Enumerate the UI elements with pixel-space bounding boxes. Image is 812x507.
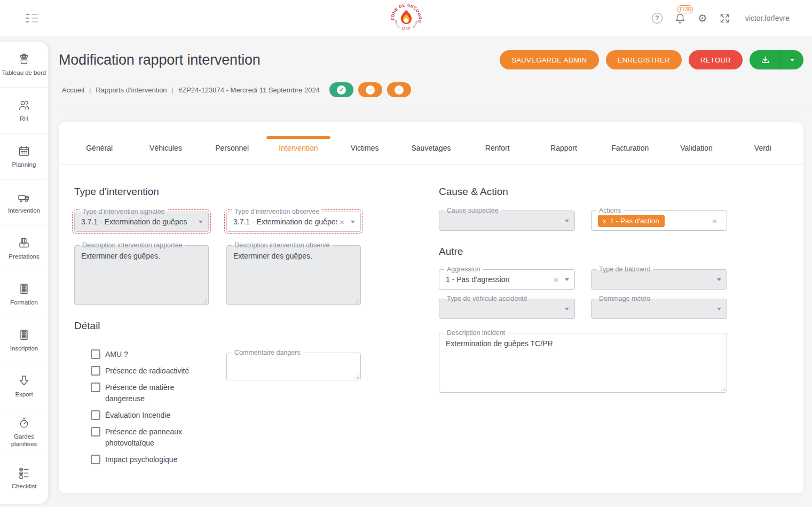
breadcrumb-accueil[interactable]: Accueil — [62, 86, 84, 94]
checkbox-label: Présence de matière dangereuse — [105, 382, 209, 404]
section-title-autre: Autre — [439, 246, 727, 258]
breadcrumb-rapports[interactable]: Rapports d'intervention — [96, 86, 167, 94]
checkbox-icon[interactable] — [91, 455, 100, 464]
clear-icon[interactable]: × — [554, 275, 558, 284]
chevron-down-icon — [565, 308, 569, 310]
settings-gear-icon[interactable]: ⚙ — [698, 13, 707, 24]
sidebar-item-prestations[interactable]: Prestations — [0, 225, 48, 271]
sidebar-item-label: Gardes planifiées — [0, 433, 48, 448]
select-aggression[interactable]: Aggression 1 - Pas d'agression × — [439, 269, 575, 290]
menu-toggle-icon[interactable] — [26, 14, 38, 22]
notifications-bell-icon[interactable]: 1138 — [674, 12, 686, 24]
building-icon — [17, 328, 31, 342]
section-title-detail: Détail — [74, 320, 361, 332]
checkbox-label: AMU ? — [105, 349, 128, 360]
sidebar-item-checklist[interactable]: Checklist — [0, 455, 48, 501]
tab-intervention[interactable]: Intervention — [265, 122, 332, 164]
minus-icon: − — [395, 85, 404, 95]
sidebar-item-label: Tableau de bord — [1, 69, 47, 76]
tab-rapport[interactable]: Rapport — [531, 122, 597, 164]
select-type-intervention-observee[interactable]: Type d'intervention observée 3.7.1 - Ext… — [226, 212, 361, 232]
chevron-down-icon[interactable] — [565, 278, 569, 281]
textarea-description-rapportee: Description intervention rapportée Exter… — [74, 245, 209, 305]
download-split-button[interactable] — [750, 50, 803, 69]
sidebar-item-inscription[interactable]: Inscription — [0, 317, 48, 363]
help-icon[interactable]: ? — [652, 13, 663, 24]
ambulance-icon — [17, 190, 31, 204]
field-label: Commentaire dangers — [232, 348, 303, 357]
building-icon — [17, 282, 31, 296]
download-dropdown-caret-icon[interactable] — [781, 59, 803, 61]
checkbox-label: Évaluation Incendie — [105, 410, 170, 421]
tab-general[interactable]: Général — [66, 122, 132, 164]
checkbox-radioactivite[interactable]: Présence de radioactivité — [91, 365, 209, 377]
download-icon[interactable] — [750, 56, 781, 65]
tab-renfort[interactable]: Renfort — [464, 122, 531, 164]
report-tabs: Général Véhicules Personnel Intervention… — [59, 122, 803, 165]
breadcrumb-separator: | — [89, 86, 91, 94]
people-icon — [17, 98, 31, 112]
retour-button[interactable]: RETOUR — [689, 50, 743, 69]
select-type-vehicule-accidente: Type de véhicule accidenté — [439, 299, 575, 319]
sidebar-item-tableau-de-bord[interactable]: Tableau de bord — [0, 42, 48, 88]
checkbox-panneaux-photovoltaique[interactable]: Présence de panneaux photovoltaïque — [91, 426, 209, 449]
field-value: 1 - Pas d'agression — [446, 275, 551, 284]
sidebar-item-export[interactable]: Export — [0, 363, 48, 409]
field-label: Actions — [596, 206, 624, 215]
tab-validation[interactable]: Validation — [663, 122, 729, 164]
textarea-description-incident[interactable]: Description incident Extermination de gu… — [439, 333, 727, 393]
chip-remove-icon[interactable]: x — [603, 217, 606, 225]
fullscreen-icon[interactable] — [719, 13, 730, 24]
header-divider — [48, 106, 812, 106]
status-badge-minus: − — [358, 82, 382, 97]
checkbox-icon[interactable] — [91, 383, 100, 392]
field-label: Description intervention rapportée — [80, 241, 185, 250]
checkbox-icon[interactable] — [91, 427, 100, 436]
checkbox-icon[interactable] — [91, 349, 100, 359]
archive-box-icon — [17, 236, 31, 250]
chevron-down-icon — [565, 220, 569, 222]
breadcrumb: Accueil | Rapports d'intervention | #ZP2… — [48, 69, 812, 97]
chevron-down-icon — [717, 308, 721, 310]
checkbox-icon[interactable] — [91, 366, 100, 376]
checkbox-impact-psychologique[interactable]: Impact psychologique — [91, 454, 209, 465]
checkbox-label: Présence de radioactivité — [105, 365, 189, 377]
sidebar-item-label: Prestations — [7, 253, 41, 260]
chevron-down-icon — [199, 221, 203, 223]
checkbox-evaluation-incendie[interactable]: Évaluation Incendie — [91, 410, 209, 421]
status-badge-minus: − — [387, 82, 411, 97]
checkbox-amu[interactable]: AMU ? — [91, 349, 209, 360]
tab-victimes[interactable]: Victimes — [332, 122, 398, 164]
multiselect-actions[interactable]: Actions x1 - Pas d'action × — [591, 210, 727, 231]
checkbox-label: Présence de panneaux photovoltaïque — [105, 426, 209, 449]
clear-icon[interactable]: × — [340, 217, 344, 227]
help-glyph: ? — [652, 13, 663, 24]
sidebar-item-rh[interactable]: RH — [0, 88, 48, 134]
current-username[interactable]: victor.lorfevre — [745, 14, 790, 22]
tab-personnel[interactable]: Personnel — [199, 122, 265, 164]
sidebar-item-label: Intervention — [7, 207, 41, 214]
sauvegarde-admin-button[interactable]: SAUVEGARDE ADMIN — [500, 50, 598, 69]
sidebar-item-gardes-planifiees[interactable]: Gardes planifiées — [0, 409, 48, 455]
textarea-commentaire-dangers[interactable]: Commentaire dangers — [226, 353, 361, 380]
action-chip: x1 - Pas d'action — [598, 215, 665, 227]
top-header: ZONE DE SECOURS WALLONIE PICARDE (112 ? … — [0, 0, 812, 36]
field-value: Exterminer des guêpes. — [81, 252, 160, 260]
chevron-down-icon[interactable] — [351, 221, 355, 223]
checkbox-matiere-dangereuse[interactable]: Présence de matière dangereuse — [91, 382, 209, 404]
tab-verdi[interactable]: Verdi — [730, 122, 796, 164]
sidebar-item-intervention[interactable]: Intervention — [0, 180, 48, 225]
enregistrer-button[interactable]: ENREGISTRER — [606, 50, 682, 69]
checkbox-icon[interactable] — [91, 410, 100, 420]
stopwatch-icon — [17, 416, 31, 430]
sidebar-nav: Tableau de bord RH Planning Intervention — [0, 42, 48, 504]
sidebar-item-planning[interactable]: Planning — [0, 134, 48, 180]
resize-handle-icon — [354, 374, 359, 379]
sidebar-item-label: Checklist — [11, 482, 38, 490]
sidebar-item-formation[interactable]: Formation — [0, 271, 48, 317]
tab-vehicules[interactable]: Véhicules — [132, 122, 199, 164]
clear-icon[interactable]: × — [712, 216, 717, 225]
sidebar-item-label: Inscription — [9, 345, 39, 352]
tab-sauvetages[interactable]: Sauvetages — [398, 122, 464, 164]
tab-facturation[interactable]: Facturation — [597, 122, 663, 164]
